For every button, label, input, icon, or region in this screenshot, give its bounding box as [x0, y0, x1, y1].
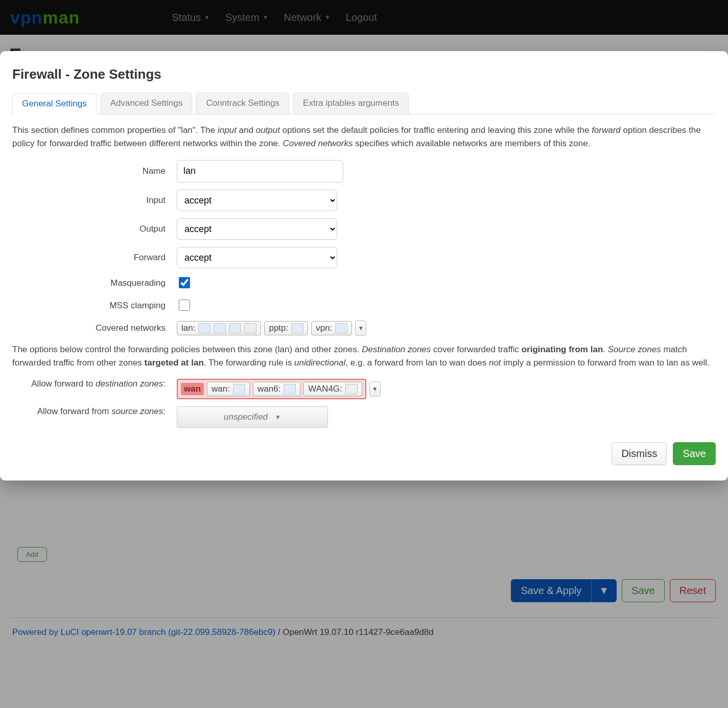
row-src-zones: Allow forward from source zones: unspeci… — [12, 406, 716, 428]
label-mss: MSS clamping — [12, 301, 177, 311]
label-dest-zones: Allow forward to destination zones: — [12, 379, 177, 389]
network-icon — [244, 323, 256, 333]
label-covered: Covered networks — [12, 323, 177, 333]
modal-save-button[interactable]: Save — [673, 442, 716, 465]
forwarding-description: The options below control the forwarding… — [12, 343, 716, 370]
src-zones[interactable]: unspecified▼ — [177, 406, 328, 428]
row-covered: Covered networks lan: pptp: vpn: ▼ — [12, 321, 716, 336]
network-icon — [214, 323, 226, 333]
zone-settings-modal: Firewall - Zone Settings General Setting… — [0, 51, 728, 481]
covered-networks: lan: pptp: vpn: ▼ — [177, 321, 366, 336]
iface-wan4g: WAN4G: — [303, 382, 362, 396]
masquerading-checkbox[interactable] — [179, 277, 190, 288]
modal-title: Firewall - Zone Settings — [12, 66, 716, 82]
row-forward: Forward accept — [12, 247, 716, 268]
tab-extra[interactable]: Extra iptables arguments — [293, 93, 409, 114]
label-forward: Forward — [12, 253, 177, 263]
label-output: Output — [12, 224, 177, 234]
network-icon — [229, 323, 241, 333]
network-icon — [284, 384, 296, 394]
row-name: Name — [12, 160, 716, 182]
label-input: Input — [12, 195, 177, 205]
covered-dropdown[interactable]: ▼ — [355, 321, 366, 336]
tab-general[interactable]: General Settings — [12, 93, 97, 115]
output-select[interactable]: accept — [177, 218, 337, 240]
row-output: Output accept — [12, 218, 716, 240]
network-icon — [335, 323, 347, 333]
network-icon — [198, 323, 210, 333]
row-masq: Masquerading — [12, 276, 716, 291]
modal-overlay: Firewall - Zone Settings General Setting… — [0, 0, 728, 654]
label-name: Name — [12, 166, 177, 176]
iface-wan6: wan6: — [253, 382, 300, 396]
zone-badge-wan: wan — [181, 383, 204, 395]
modal-tabs: General Settings Advanced Settings Connt… — [12, 93, 716, 115]
label-masq: Masquerading — [12, 278, 177, 288]
dest-zones-dropdown[interactable]: ▼ — [369, 381, 381, 397]
src-zones-select[interactable]: unspecified▼ — [177, 406, 328, 428]
caret-down-icon: ▼ — [275, 414, 281, 421]
network-tag-pptp[interactable]: pptp: — [264, 321, 308, 335]
section-description: This section defines common properties o… — [12, 124, 716, 151]
modal-actions: Dismiss Save — [12, 442, 716, 465]
dest-zones: wan wan: wan6: WAN4G: ▼ — [177, 379, 381, 399]
network-tag-vpn[interactable]: vpn: — [311, 321, 352, 335]
network-icon — [291, 323, 303, 333]
label-src-zones: Allow forward from source zones: — [12, 406, 177, 417]
network-icon — [345, 384, 358, 394]
row-dest-zones: Allow forward to destination zones: wan … — [12, 379, 716, 399]
mss-checkbox[interactable] — [179, 300, 190, 311]
network-icon — [233, 384, 245, 394]
network-tag-lan[interactable]: lan: — [177, 321, 261, 335]
name-input[interactable] — [177, 160, 343, 182]
dismiss-button[interactable]: Dismiss — [612, 442, 667, 465]
input-select[interactable]: accept — [177, 190, 337, 211]
forward-select[interactable]: accept — [177, 247, 337, 268]
tab-conntrack[interactable]: Conntrack Settings — [196, 93, 289, 114]
iface-wan: wan: — [207, 382, 250, 396]
tab-advanced[interactable]: Advanced Settings — [101, 93, 193, 114]
row-mss: MSS clamping — [12, 298, 716, 313]
row-input: Input accept — [12, 190, 716, 211]
dest-zone-wan[interactable]: wan wan: wan6: WAN4G: — [177, 379, 366, 399]
